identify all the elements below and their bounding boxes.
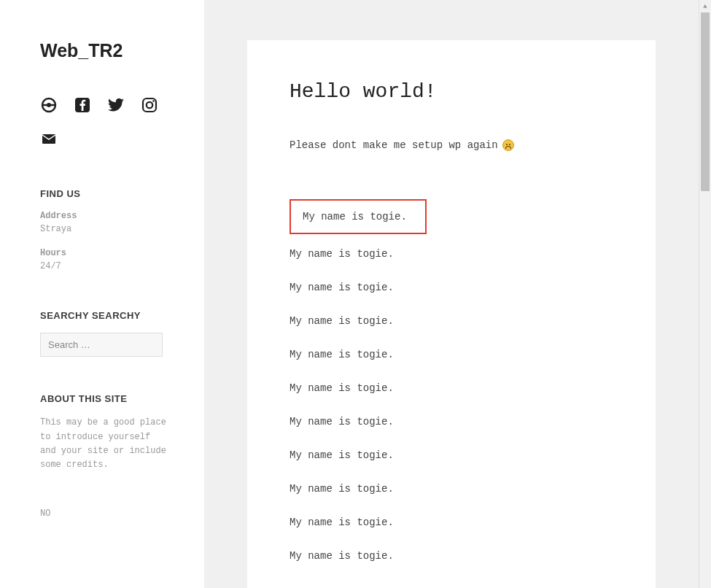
- svg-point-6: [152, 100, 155, 102]
- post-lead-text: Please dont make me setup wp again: [290, 139, 498, 151]
- post-line: My name is togie.: [290, 338, 613, 371]
- scroll-up-icon[interactable]: ▲: [699, 0, 711, 12]
- svg-point-5: [147, 102, 152, 108]
- post-line: My name is togie.: [290, 271, 613, 304]
- findus-widget: FIND US Address Straya Hours 24/7: [40, 188, 171, 274]
- footer-text: NO: [40, 508, 171, 519]
- post-lead: Please dont make me setup wp again: [290, 139, 613, 151]
- mail-icon[interactable]: [40, 130, 58, 147]
- about-text: This may be a good place to introduce yo…: [40, 416, 171, 472]
- svg-point-2: [47, 103, 51, 107]
- post-line: My name is togie.: [303, 211, 413, 223]
- search-widget: SEARCHY SEARCHY: [40, 310, 171, 357]
- findus-title: FIND US: [40, 188, 171, 199]
- search-input[interactable]: [40, 333, 163, 357]
- twitter-icon[interactable]: [107, 96, 125, 114]
- address-value: Straya: [40, 223, 171, 236]
- facebook-icon[interactable]: [74, 96, 91, 114]
- post-line: My name is togie.: [290, 539, 613, 573]
- content-area: Hello world! Please dont make me setup w…: [204, 0, 699, 588]
- scrollbar[interactable]: ▲: [699, 0, 711, 588]
- post-line: My name is togie.: [290, 237, 613, 271]
- post-line: My name is togie.: [290, 405, 613, 438]
- post-title[interactable]: Hello world!: [290, 80, 613, 103]
- highlight-box: My name is togie.: [290, 199, 427, 234]
- sidebar: Web_TR2 FIND US Address Straya Hours 24/…: [0, 0, 204, 588]
- post-line: My name is togie.: [290, 472, 613, 506]
- pokeball-icon[interactable]: [40, 96, 58, 114]
- post-line: My name is togie.: [290, 506, 613, 539]
- site-title[interactable]: Web_TR2: [40, 40, 171, 61]
- post-card: Hello world! Please dont make me setup w…: [247, 40, 656, 588]
- post-line: My name is togie.: [290, 371, 613, 405]
- post-line: My name is togie.: [290, 438, 613, 472]
- instagram-icon[interactable]: [141, 96, 158, 114]
- frown-emoji-icon: [502, 139, 514, 151]
- scroll-thumb[interactable]: [701, 12, 710, 191]
- search-title: SEARCHY SEARCHY: [40, 310, 171, 321]
- about-widget: ABOUT THIS SITE This may be a good place…: [40, 393, 171, 472]
- hours-label: Hours: [40, 248, 171, 258]
- address-label: Address: [40, 211, 171, 221]
- social-icons: [40, 96, 171, 147]
- post-line: My name is togie.: [290, 304, 613, 338]
- about-title: ABOUT THIS SITE: [40, 393, 171, 404]
- hours-value: 24/7: [40, 260, 171, 274]
